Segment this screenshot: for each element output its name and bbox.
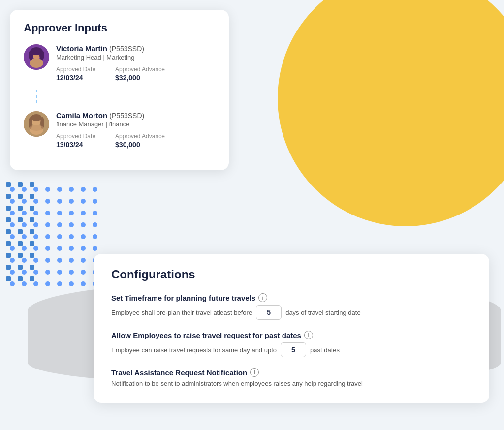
dot [69,246,74,251]
config-item-past-dates: Allow Employees to raise travel request … [111,331,472,357]
svg-point-6 [39,50,44,60]
dot [93,199,97,204]
info-icon-past-dates[interactable]: i [304,331,313,339]
square-dot [6,194,11,199]
square-dot [18,241,23,246]
approved-advance-group-camila: Approved Advance $30,000 [115,133,165,149]
dot [69,222,74,227]
square-dot [6,206,11,211]
dot [69,187,74,192]
square-dot [30,265,34,270]
square-dots-decoration [6,182,38,285]
dot [93,222,97,227]
config-item-notification: Travel Assistance Request Notification i… [111,368,472,387]
square-dot [6,276,11,281]
approver-role-victoria: Marketing Head | Marketing [56,54,215,61]
dot [45,258,50,263]
dot [69,270,74,275]
avatar-victoria [24,44,49,70]
square-dot [30,241,34,246]
approver-info-camila: Camila Morton (P553SSD) finance Manager … [56,111,215,149]
dot [81,222,86,227]
approved-advance-group-victoria: Approved Advance $32,000 [115,66,165,82]
dot [57,281,62,286]
square-dot [30,276,34,281]
dashed-divider [36,90,37,103]
square-dot [30,182,34,187]
config-card-title: Configurations [111,268,472,281]
square-dot [30,217,34,222]
dot [81,281,86,286]
approver-card-title: Approver Inputs [24,22,215,34]
dot [45,281,50,286]
dot [57,270,62,275]
configurations-card: Configurations Set Timeframe for plannin… [94,254,489,403]
dot [45,270,50,275]
config-title-timeframe: Set Timeframe for planning future travel… [111,293,472,302]
config-desc-timeframe: Employee shall pre-plan their travel atl… [111,305,472,320]
dot [45,211,50,215]
dot [81,234,86,239]
dot [57,211,62,215]
info-icon-timeframe[interactable]: i [258,293,267,302]
square-dot [18,182,23,187]
dot [81,270,86,275]
square-dot [6,182,11,187]
square-dot [6,217,11,222]
dot [81,258,86,263]
dot [69,234,74,239]
dot [57,234,62,239]
timeframe-input[interactable] [256,305,282,320]
info-icon-notification[interactable]: i [250,368,259,377]
config-title-past-dates: Allow Employees to raise travel request … [111,331,472,339]
dot [93,234,97,239]
dot [45,199,50,204]
approver-person-2: Camila Morton (P553SSD) finance Manager … [24,111,215,149]
dot [81,199,86,204]
dot [57,258,62,263]
dot [81,246,86,251]
dot [81,187,86,192]
square-dot [30,253,34,258]
dot [45,246,50,251]
config-title-notification: Travel Assistance Request Notification i [111,368,472,377]
approver-details-victoria: Approved Date 12/03/24 Approved Advance … [56,66,215,82]
past-dates-input[interactable] [281,342,306,357]
dot [93,246,97,251]
dot [69,199,74,204]
square-dot [6,241,11,246]
approver-person-1: Victoria Martin (P553SSD) Marketing Head… [24,44,215,82]
config-desc-notification: Notification to be sent to administrator… [111,380,472,387]
approver-name-victoria: Victoria Martin (P553SSD) [56,44,215,53]
dot [45,222,50,227]
dot [57,187,62,192]
approved-date-group-victoria: Approved Date 12/03/24 [56,66,95,82]
svg-point-10 [31,114,42,121]
dot [93,187,97,192]
dot [69,281,74,286]
square-dot [30,229,34,234]
dot [45,234,50,239]
square-dot [18,229,23,234]
square-dot [30,206,34,211]
dot [81,211,86,215]
square-dot [18,194,23,199]
dot [57,222,62,227]
dot [93,211,97,215]
square-dot [18,276,23,281]
config-item-timeframe: Set Timeframe for planning future travel… [111,293,472,320]
square-dot [30,194,34,199]
svg-point-13 [30,125,43,131]
dot [69,211,74,215]
approver-inputs-card: Approver Inputs Victoria Martin (P553SSD… [10,10,229,170]
dot [57,246,62,251]
square-dot [6,229,11,234]
square-dot [6,265,11,270]
yellow-arc-decoration [278,0,504,226]
avatar-camila [24,111,49,137]
config-desc-past-dates: Employee can raise travel requests for s… [111,342,472,357]
dot [69,258,74,263]
svg-point-5 [29,50,33,60]
square-dot [18,206,23,211]
dot [57,199,62,204]
